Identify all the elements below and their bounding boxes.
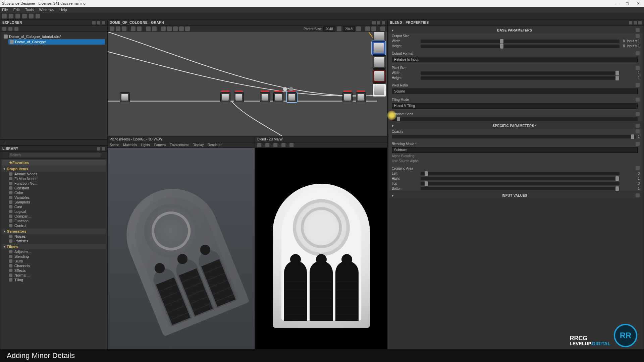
library-item[interactable]: Blending [2, 254, 106, 259]
refresh-icon[interactable] [8, 27, 12, 31]
library-item[interactable]: FxMap Nodes [2, 176, 106, 181]
section-menu-icon[interactable] [636, 124, 640, 128]
eye-icon[interactable] [365, 26, 370, 31]
library-item[interactable]: Tiling [2, 278, 106, 282]
section-menu-icon[interactable] [636, 28, 640, 32]
crop-right-slider[interactable] [421, 177, 620, 180]
library-group[interactable]: Filters [2, 244, 106, 249]
library-item[interactable]: Channels [2, 263, 106, 268]
library-item[interactable]: Constant [2, 186, 106, 190]
home-icon[interactable] [2, 27, 6, 31]
reset-icon[interactable] [636, 112, 640, 116]
grid-icon[interactable] [167, 26, 172, 31]
menu-edit[interactable]: Edit [13, 8, 20, 12]
paste-image-icon[interactable] [273, 143, 277, 147]
library-item[interactable]: Function No... [2, 181, 106, 186]
library-item[interactable]: Logical [2, 209, 106, 214]
panel-pin-icon[interactable] [629, 21, 632, 24]
node-b2[interactable] [273, 92, 283, 102]
crop-left-slider[interactable] [421, 172, 620, 175]
node-action-icon[interactable] [283, 87, 287, 92]
node-action2-icon[interactable] [289, 87, 293, 92]
node-preview-2[interactable] [372, 41, 385, 55]
menu-tools[interactable]: Tools [25, 8, 34, 12]
refresh-size-icon[interactable] [356, 26, 361, 31]
node-preview-4[interactable] [373, 69, 386, 83]
graph-canvas[interactable] [108, 32, 387, 136]
reset-icon[interactable] [636, 129, 640, 133]
panel-close-icon[interactable] [638, 21, 642, 24]
frame-tool-icon[interactable] [116, 26, 120, 31]
reset-icon[interactable] [636, 142, 640, 146]
parent-width[interactable]: 2048 [323, 26, 335, 32]
undo-icon[interactable] [29, 14, 34, 18]
share-icon[interactable] [152, 26, 157, 31]
pixel-ratio-select[interactable]: Square [392, 88, 638, 94]
crop-icon[interactable] [179, 26, 184, 31]
view3d-menu-display[interactable]: Display [193, 143, 204, 147]
info-tool-icon[interactable] [131, 26, 136, 31]
view3d-menu-renderer[interactable]: Renderer [208, 143, 222, 147]
node-c2[interactable] [356, 92, 366, 102]
panel-close-icon[interactable] [102, 147, 105, 150]
library-item[interactable]: Function [2, 219, 106, 223]
seed-slider[interactable] [392, 117, 638, 121]
panel-pop-icon[interactable] [97, 147, 100, 150]
node-preview-3[interactable] [373, 55, 386, 69]
view3d-menu-env[interactable]: Environment [170, 143, 189, 147]
minimize-button[interactable]: — [612, 1, 621, 6]
library-search-input[interactable] [8, 152, 101, 158]
eye2-icon[interactable] [371, 26, 376, 31]
panel-close-icon[interactable] [102, 21, 105, 24]
link-size-icon[interactable] [337, 26, 341, 31]
library-item[interactable]: Color [2, 190, 106, 195]
library-group[interactable]: Generators [2, 229, 106, 234]
reset-icon[interactable] [636, 51, 640, 55]
panel-pop-icon[interactable] [377, 21, 380, 24]
redo-icon[interactable] [36, 14, 40, 18]
view3d-viewport[interactable] [108, 148, 255, 356]
view3d-menu-lights[interactable]: Lights [141, 143, 150, 147]
crop-bottom-slider[interactable] [421, 187, 620, 190]
base-params-header[interactable]: BASE PARAMETERS [497, 28, 532, 32]
tiling-mode-select[interactable]: H and V Tiling [392, 103, 638, 109]
person-icon[interactable] [380, 26, 385, 31]
library-item[interactable]: Adjustm... [2, 249, 106, 254]
graph-row[interactable]: Dome_of_Cologne [8, 39, 105, 45]
library-item[interactable]: Samplers [2, 200, 106, 204]
save-icon[interactable] [15, 14, 20, 18]
node-preview-5[interactable] [373, 83, 386, 97]
blending-mode-select[interactable]: Subtract [392, 147, 638, 153]
link-icon[interactable] [146, 26, 151, 31]
specific-params-header[interactable]: SPECIFIC PARAMETERS * [493, 124, 537, 128]
node-c1[interactable] [342, 92, 353, 102]
library-item[interactable]: Atomic Nodes [2, 172, 106, 176]
new-icon[interactable] [2, 14, 7, 18]
menu-windows[interactable]: Windows [39, 8, 54, 12]
library-item[interactable]: Patterns [2, 239, 106, 243]
view3d-menu-scene[interactable]: Scene [110, 143, 119, 147]
crop-top-slider[interactable] [421, 182, 620, 185]
copy-image-icon[interactable] [265, 143, 269, 147]
parent-height[interactable]: 2048 [343, 26, 355, 32]
reset-icon[interactable] [636, 166, 640, 170]
view3d-menu-camera[interactable]: Camera [154, 143, 166, 147]
reset-icon[interactable] [636, 34, 640, 38]
library-item[interactable]: Noises [2, 234, 106, 239]
node-input[interactable] [120, 92, 130, 102]
save-all-icon[interactable] [22, 14, 27, 18]
opacity-slider[interactable] [392, 135, 636, 138]
height-slider[interactable] [421, 45, 620, 48]
reset-icon[interactable] [636, 66, 640, 70]
package-row[interactable]: Dome_of_Cologne_tutorial.sbs* [2, 34, 105, 39]
library-item[interactable]: Effects [2, 268, 106, 273]
panel-pin-icon[interactable] [92, 21, 96, 24]
info2-icon[interactable] [281, 143, 285, 147]
reset-icon[interactable] [636, 98, 640, 102]
save-image-icon[interactable] [257, 143, 261, 147]
node-b1[interactable] [260, 92, 270, 102]
library-group[interactable]: Graph Items [2, 166, 106, 172]
expand-icon[interactable] [185, 26, 190, 31]
panel-pin-icon[interactable] [372, 21, 376, 24]
snapshot-icon[interactable] [122, 26, 126, 31]
